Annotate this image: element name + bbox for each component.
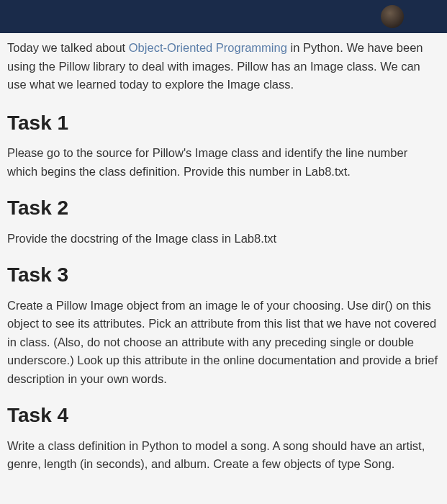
- document-content: Today we talked about Object-Oriented Pr…: [0, 33, 447, 488]
- intro-prefix: Today we talked about: [7, 41, 129, 54]
- oop-link[interactable]: Object-Oriented Programming: [129, 41, 287, 54]
- task-3-body: Create a Pillow Image object from an ima…: [7, 297, 440, 389]
- task-2-heading: Task 2: [7, 192, 440, 223]
- task-3-heading: Task 3: [7, 259, 440, 290]
- task-1-heading: Task 1: [7, 107, 440, 138]
- task-4-heading: Task 4: [7, 400, 440, 431]
- task-1-body: Please go to the source for Pillow's Ima…: [7, 144, 440, 181]
- header-bar: [0, 0, 447, 33]
- intro-paragraph: Today we talked about Object-Oriented Pr…: [7, 39, 440, 94]
- avatar[interactable]: [381, 5, 404, 28]
- task-4-body: Write a class definition in Python to mo…: [7, 437, 440, 474]
- task-2-body: Provide the docstring of the Image class…: [7, 230, 440, 248]
